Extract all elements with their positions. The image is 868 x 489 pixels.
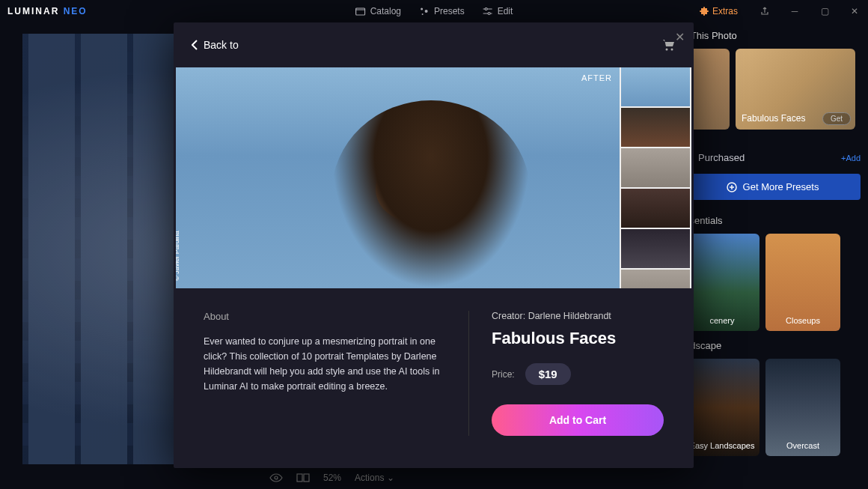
top-nav: Catalog Presets Edit — [355, 0, 513, 22]
thumbnail[interactable] — [621, 189, 690, 228]
nav-presets[interactable]: Presets — [419, 6, 465, 16]
sliders-icon — [483, 7, 493, 16]
chevron-left-icon — [192, 40, 198, 50]
preset-easy-landscapes[interactable]: Easy Landscapes — [685, 359, 760, 456]
svg-rect-0 — [356, 8, 365, 15]
extras-label: Extras — [712, 6, 738, 16]
about-text: Ever wanted to conjure up a mesmerizing … — [204, 334, 446, 394]
preset-label: Fabulous Faces — [742, 113, 805, 124]
thumbnail[interactable] — [621, 108, 690, 147]
price-value: $19 — [525, 363, 571, 385]
add-link[interactable]: +Add — [841, 154, 861, 163]
card-label: Overcast — [765, 441, 840, 450]
card-label: Easy Landscapes — [685, 441, 760, 450]
folder-icon — [355, 7, 366, 16]
minimize-button[interactable]: ─ — [786, 2, 804, 20]
zoom-level[interactable]: 52% — [323, 473, 341, 483]
thumbnail[interactable] — [621, 229, 690, 268]
card-label: cenery — [685, 316, 760, 325]
share-icon[interactable] — [756, 2, 774, 20]
thumbnail[interactable] — [621, 270, 690, 288]
nav-edit[interactable]: Edit — [483, 6, 513, 16]
cart-icon — [662, 39, 676, 51]
nav-label: Edit — [498, 6, 513, 16]
photo-credit: © Javier Pardina — [176, 231, 180, 281]
compare-icon[interactable] — [296, 473, 310, 482]
app-logo: LUMINAR NEO — [7, 6, 88, 16]
puzzle-icon — [699, 6, 709, 16]
close-modal-button[interactable]: ✕ — [675, 30, 685, 44]
get-more-presets-button[interactable]: Get More Presets — [685, 174, 861, 200]
svg-point-1 — [421, 8, 424, 10]
purchased-heading: Purchased — [685, 152, 745, 163]
product-title: Fabulous Faces — [492, 329, 664, 348]
preview-image: AFTER © Javier Pardina — [176, 67, 620, 288]
preset-overcast[interactable]: Overcast — [765, 359, 840, 456]
price-label: Price: — [492, 369, 515, 380]
button-label: Get More Presets — [743, 181, 819, 192]
close-button[interactable]: ✕ — [846, 2, 864, 20]
nav-label: Presets — [434, 6, 465, 16]
after-badge: AFTER — [581, 73, 612, 82]
about-heading: About — [204, 311, 446, 322]
plus-circle-icon — [727, 182, 737, 192]
thumbnail-strip[interactable] — [620, 67, 691, 288]
preset-card-fabulous-faces[interactable]: Fabulous Faces Get — [736, 49, 855, 130]
svg-point-6 — [485, 8, 487, 10]
panel-heading: r This Photo — [685, 30, 861, 41]
svg-point-7 — [488, 13, 490, 15]
svg-point-9 — [275, 476, 278, 479]
sparkle-icon — [419, 6, 430, 16]
thumbnail[interactable] — [621, 67, 690, 106]
preset-closeups[interactable]: Closeups — [765, 234, 840, 331]
back-button[interactable]: Back to — [192, 39, 239, 51]
section-heading: ssentials — [685, 215, 861, 226]
svg-point-13 — [671, 49, 673, 51]
preset-scenery[interactable]: cenery — [685, 234, 760, 331]
thumbnail[interactable] — [621, 148, 690, 187]
extras-button[interactable]: Extras — [699, 6, 738, 16]
actions-menu[interactable]: Actions ⌄ — [355, 473, 394, 483]
svg-point-2 — [425, 10, 428, 13]
svg-point-12 — [666, 49, 668, 51]
back-label: Back to — [204, 39, 239, 51]
creator-label: Creator: Darlene Hildebrandt — [492, 311, 664, 321]
product-modal: ✕ Back to AFTER © Javier Pardina About E… — [174, 22, 694, 468]
svg-point-3 — [422, 13, 424, 15]
eye-icon[interactable] — [269, 473, 283, 482]
cart-button[interactable] — [662, 39, 676, 51]
add-to-cart-button[interactable]: Add to Cart — [492, 404, 664, 436]
nav-label: Catalog — [370, 6, 401, 16]
nav-catalog[interactable]: Catalog — [355, 6, 401, 16]
card-label: Closeups — [765, 316, 840, 325]
get-button[interactable]: Get — [822, 112, 851, 125]
svg-rect-10 — [297, 474, 302, 482]
svg-rect-11 — [304, 474, 309, 482]
section-heading: ndscape — [685, 340, 861, 351]
maximize-button[interactable]: ▢ — [816, 2, 834, 20]
